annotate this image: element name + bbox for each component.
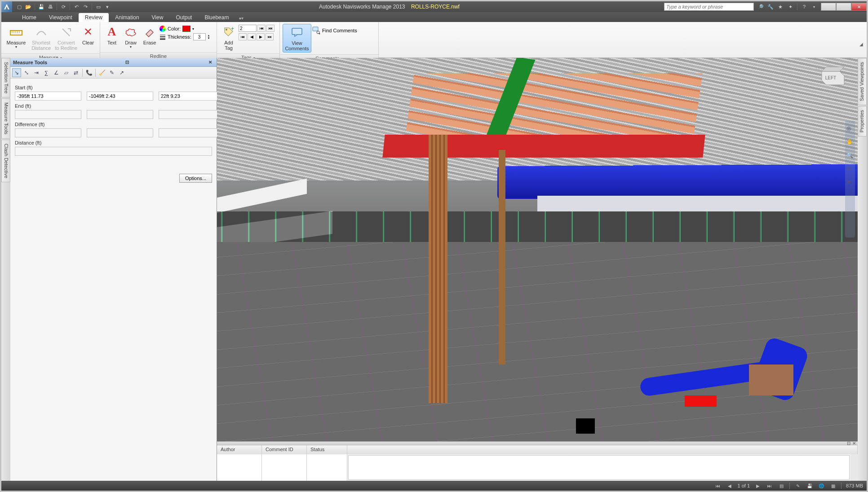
col-author[interactable]: Author	[217, 445, 262, 454]
col-status[interactable]: Status	[307, 445, 347, 454]
options-button[interactable]: Options...	[179, 174, 212, 183]
measure-multipoint-icon[interactable]: ⤡	[22, 68, 31, 77]
tab-selection-tree[interactable]: Selection Tree	[1, 58, 10, 97]
tag-last-icon[interactable]: ⏭	[266, 33, 274, 40]
color-dropdown-icon[interactable]: ▾	[192, 27, 194, 31]
panel-close-icon[interactable]: ✕	[207, 60, 214, 65]
steering-wheel-icon[interactable]: ◎	[846, 125, 854, 132]
view-comments-button[interactable]: View Comments	[283, 24, 311, 53]
thickness-down-icon[interactable]: ▼	[208, 37, 210, 40]
tag-prev-icon[interactable]: ◀	[248, 33, 256, 40]
minimize-button[interactable]: —	[821, 3, 836, 11]
comments-scrollbar[interactable]	[850, 454, 858, 481]
measure-lock-icon[interactable]: 📞	[84, 68, 93, 77]
color-swatch[interactable]	[182, 26, 190, 32]
start-z-input[interactable]	[159, 92, 225, 101]
viewcube[interactable]: LEFT ⌂	[813, 62, 849, 94]
tab-properties[interactable]: Properties	[858, 106, 867, 136]
tab-viewpoint[interactable]: Viewpoint	[43, 13, 79, 22]
navigation-bar[interactable]: ◎ ✋ 🔍 ⟲ 👁	[845, 121, 855, 237]
zoom-icon[interactable]: 🔍	[846, 152, 854, 159]
measure-area-icon[interactable]: ▱	[62, 68, 71, 77]
end-y-input[interactable]	[87, 110, 153, 119]
tab-review[interactable]: Review	[79, 13, 109, 22]
sheet-first-icon[interactable]: ⏮	[714, 482, 722, 489]
key-icon[interactable]: 🔧	[766, 3, 775, 11]
maximize-button[interactable]: ▢	[836, 3, 851, 11]
measure-angle-icon[interactable]: ∠	[52, 68, 61, 77]
close-button[interactable]: ✕	[851, 3, 867, 11]
tag-first-icon[interactable]: ⏮	[239, 33, 247, 40]
tab-home[interactable]: Home	[16, 13, 43, 22]
end-z-input[interactable]	[159, 110, 225, 119]
diff-x-input[interactable]	[15, 128, 81, 137]
sheet-next-icon[interactable]: ▶	[754, 482, 762, 489]
tab-overflow-icon[interactable]: ●▾	[235, 14, 247, 22]
ribbon-expand-icon[interactable]: ◢	[859, 41, 864, 48]
draw-button[interactable]: Draw▾	[122, 24, 140, 50]
diff-z-input[interactable]	[159, 128, 225, 137]
erase-button[interactable]: Erase	[141, 24, 159, 46]
distance-input[interactable]	[15, 147, 212, 156]
measure-clear-icon[interactable]: 🧹	[97, 68, 106, 77]
select-icon[interactable]: ▭	[95, 3, 102, 10]
tab-bluebeam[interactable]: Bluebeam	[198, 13, 235, 22]
star-icon[interactable]: ★	[776, 3, 784, 11]
search-input[interactable]	[664, 3, 754, 11]
measure-point-to-point-icon[interactable]: ↘	[12, 68, 21, 77]
end-x-input[interactable]	[15, 110, 81, 119]
perf-disk-icon[interactable]: 💾	[806, 482, 813, 489]
measure-accumulate-icon[interactable]: ∑	[42, 68, 51, 77]
refresh-icon[interactable]: ⟳	[60, 3, 67, 10]
start-y-input[interactable]	[87, 92, 153, 101]
sheet-browser-icon[interactable]: ▤	[778, 482, 785, 489]
text-button[interactable]: A Text	[103, 24, 121, 46]
pan-icon[interactable]: ✋	[846, 139, 854, 146]
exchange-icon[interactable]: ✦	[786, 3, 794, 11]
find-comments-button[interactable]: Find Comments	[312, 24, 357, 35]
panel-title-bar[interactable]: Measure Tools ⊡ ✕	[10, 58, 217, 67]
orbit-icon[interactable]: ⟲	[846, 166, 854, 173]
measure-point-line-icon[interactable]: ⇥	[32, 68, 41, 77]
sheet-prev-icon[interactable]: ◀	[726, 482, 733, 489]
look-icon[interactable]: 👁	[846, 179, 854, 186]
tab-view[interactable]: View	[146, 13, 170, 22]
clear-button[interactable]: ✕ Clear	[79, 24, 97, 46]
pin-icon[interactable]: ⊡	[124, 60, 131, 65]
tab-animation[interactable]: Animation	[109, 13, 145, 22]
add-tag-button[interactable]: + Add Tag	[220, 24, 238, 52]
new-icon[interactable]: ▢	[16, 3, 23, 10]
measure-transform-icon[interactable]: ↗	[117, 68, 126, 77]
tag-next-icon[interactable]: ▶	[257, 33, 265, 40]
sheet-last-icon[interactable]: ⏭	[766, 482, 773, 489]
measure-button[interactable]: Measure▾	[4, 24, 28, 50]
help-icon[interactable]: ?	[800, 3, 808, 11]
app-logo[interactable]	[1, 1, 12, 12]
col-comment-id[interactable]: Comment ID	[262, 445, 307, 454]
tab-saved-viewpoints[interactable]: Saved Viewpoints	[858, 58, 867, 105]
open-icon[interactable]: 📂	[25, 3, 32, 10]
tab-clash-detective[interactable]: Clash Detective	[1, 140, 10, 182]
perf-pencil-icon[interactable]: ✎	[794, 482, 802, 489]
thickness-input[interactable]	[193, 33, 206, 40]
measure-convert-icon[interactable]: ✎	[107, 68, 116, 77]
tab-measure-tools[interactable]: Measure Tools	[1, 98, 10, 138]
viewport-3d[interactable]: LEFT ⌂ ◎ ✋ 🔍 ⟲ 👁	[217, 58, 858, 441]
tag-go-last-icon[interactable]: ⏭	[266, 25, 275, 32]
redo-icon[interactable]: ↷	[82, 3, 89, 10]
page-indicator: 1 of 1	[738, 483, 750, 488]
start-x-input[interactable]	[15, 92, 81, 101]
tab-output[interactable]: Output	[169, 13, 198, 22]
tag-go-first-icon[interactable]: ⏮	[257, 25, 266, 32]
measure-shortest-icon[interactable]: ⇄	[71, 68, 80, 77]
diff-y-input[interactable]	[87, 128, 153, 137]
perf-memory-icon[interactable]: ▦	[829, 482, 837, 489]
undo-icon[interactable]: ↶	[73, 3, 80, 10]
tag-number-input[interactable]	[239, 25, 257, 32]
binoculars-icon[interactable]: 🔎	[757, 3, 765, 11]
save-icon[interactable]: 💾	[38, 3, 45, 10]
qat-dropdown-icon[interactable]: ▾	[104, 3, 111, 10]
print-icon[interactable]: 🖶	[47, 3, 54, 10]
perf-web-icon[interactable]: 🌐	[818, 482, 825, 489]
help-dropdown-icon[interactable]: ▾	[810, 3, 818, 11]
